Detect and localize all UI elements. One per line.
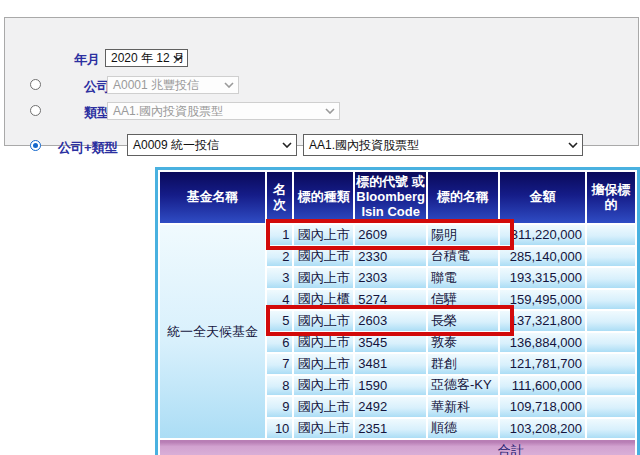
- total-cell: 合計: [160, 440, 635, 455]
- target-type-cell: 國內上市: [294, 311, 353, 331]
- filter-panel: 年月 2020 年 12 月 公司 A0001 兆豐投信 類型 AA1.國內投資…: [4, 17, 639, 146]
- chevron-down-icon: [568, 142, 578, 148]
- target-code-cell: 2603: [355, 311, 426, 331]
- target-type-cell: 國內上櫃: [294, 290, 353, 310]
- target-code-cell: 2330: [355, 247, 426, 267]
- target-name-cell: 台積電: [428, 247, 498, 267]
- rank-cell: 10: [267, 419, 292, 439]
- company-type-radio[interactable]: [30, 140, 41, 151]
- header-target-type: 標的種類: [294, 172, 353, 223]
- rank-cell: 2: [267, 247, 292, 267]
- company-type-company-select[interactable]: A0009 統一投信: [127, 134, 297, 156]
- target-type-cell: 國內上市: [294, 397, 353, 417]
- target-type-cell: 國內上市: [294, 354, 353, 374]
- year-month-select[interactable]: 2020 年 12 月: [105, 49, 188, 67]
- holdings-table: 基金名稱 名次 標的種類 標的代號 或 Bloomberg Isin Code …: [155, 167, 640, 455]
- target-code-cell: 2351: [355, 419, 426, 439]
- company-type-type-select[interactable]: AA1.國內投資股票型: [303, 134, 583, 156]
- target-name-cell: 亞德客-KY: [428, 376, 498, 396]
- target-name-cell: 聯電: [428, 268, 498, 288]
- target-code-cell: 2609: [355, 225, 426, 245]
- target-code-cell: 2492: [355, 397, 426, 417]
- chevron-down-icon: [325, 108, 335, 114]
- target-name-cell: 陽明: [428, 225, 498, 245]
- company-type-label: 公司+類型: [58, 139, 118, 157]
- table-header-row: 基金名稱 名次 標的種類 標的代號 或 Bloomberg Isin Code …: [160, 172, 635, 223]
- amount-cell: 121,781,700: [500, 354, 585, 374]
- amount-cell: 103,208,200: [500, 419, 585, 439]
- rank-cell: 4: [267, 290, 292, 310]
- company-select[interactable]: A0001 兆豐投信: [107, 76, 239, 94]
- target-type-cell: 國內上市: [294, 419, 353, 439]
- type-value: AA1.國內投資股票型: [113, 103, 223, 120]
- target-code-cell: 5274: [355, 290, 426, 310]
- collateral-cell: [587, 311, 635, 331]
- target-code-cell: 3481: [355, 354, 426, 374]
- table-row: 統一全天候基金 1 國內上市 2609 陽明 311,220,000: [160, 225, 635, 245]
- chevron-down-icon: [173, 55, 183, 61]
- target-code-cell: 1590: [355, 376, 426, 396]
- header-rank: 名次: [267, 172, 292, 223]
- rank-cell: 6: [267, 333, 292, 353]
- amount-cell: 285,140,000: [500, 247, 585, 267]
- rank-cell: 9: [267, 397, 292, 417]
- collateral-cell: [587, 376, 635, 396]
- collateral-cell: [587, 247, 635, 267]
- header-fund-name: 基金名稱: [160, 172, 265, 223]
- type-radio[interactable]: [30, 105, 41, 116]
- collateral-cell: [587, 225, 635, 245]
- target-type-cell: 國內上市: [294, 225, 353, 245]
- amount-cell: 193,315,000: [500, 268, 585, 288]
- rank-cell: 1: [267, 225, 292, 245]
- collateral-cell: [587, 354, 635, 374]
- total-label: 合計: [498, 442, 524, 455]
- collateral-cell: [587, 397, 635, 417]
- type-select[interactable]: AA1.國內投資股票型: [107, 102, 340, 120]
- target-name-cell: 群創: [428, 354, 498, 374]
- company-type-type-value: AA1.國內投資股票型: [309, 137, 419, 154]
- header-target-name: 標的名稱: [428, 172, 498, 223]
- company-type-company-value: A0009 統一投信: [133, 137, 219, 154]
- amount-cell: 109,718,000: [500, 397, 585, 417]
- collateral-cell: [587, 290, 635, 310]
- target-name-cell: 華新科: [428, 397, 498, 417]
- target-name-cell: 信驊: [428, 290, 498, 310]
- target-type-cell: 國內上市: [294, 268, 353, 288]
- amount-cell: 137,321,800: [500, 311, 585, 331]
- fund-name-cell: 統一全天候基金: [160, 225, 265, 438]
- collateral-cell: [587, 333, 635, 353]
- target-code-cell: 3545: [355, 333, 426, 353]
- chevron-down-icon: [224, 82, 234, 88]
- target-name-cell: 長榮: [428, 311, 498, 331]
- header-amount: 金額: [500, 172, 585, 223]
- chevron-down-icon: [282, 142, 292, 148]
- header-collateral: 擔保標的: [587, 172, 635, 223]
- target-code-cell: 2303: [355, 268, 426, 288]
- amount-cell: 311,220,000: [500, 225, 585, 245]
- year-month-label: 年月: [74, 51, 100, 69]
- company-radio[interactable]: [30, 79, 41, 90]
- rank-cell: 5: [267, 311, 292, 331]
- collateral-cell: [587, 419, 635, 439]
- target-name-cell: 敦泰: [428, 333, 498, 353]
- company-value: A0001 兆豐投信: [113, 77, 199, 94]
- target-name-cell: 順德: [428, 419, 498, 439]
- total-row: 合計: [160, 440, 635, 455]
- amount-cell: 136,884,000: [500, 333, 585, 353]
- rank-cell: 7: [267, 354, 292, 374]
- target-type-cell: 國內上市: [294, 247, 353, 267]
- amount-cell: 111,600,000: [500, 376, 585, 396]
- rank-cell: 3: [267, 268, 292, 288]
- amount-cell: 159,495,000: [500, 290, 585, 310]
- collateral-cell: [587, 268, 635, 288]
- target-type-cell: 國內上市: [294, 333, 353, 353]
- target-type-cell: 國內上市: [294, 376, 353, 396]
- header-target-code: 標的代號 或 Bloomberg Isin Code: [355, 172, 426, 223]
- rank-cell: 8: [267, 376, 292, 396]
